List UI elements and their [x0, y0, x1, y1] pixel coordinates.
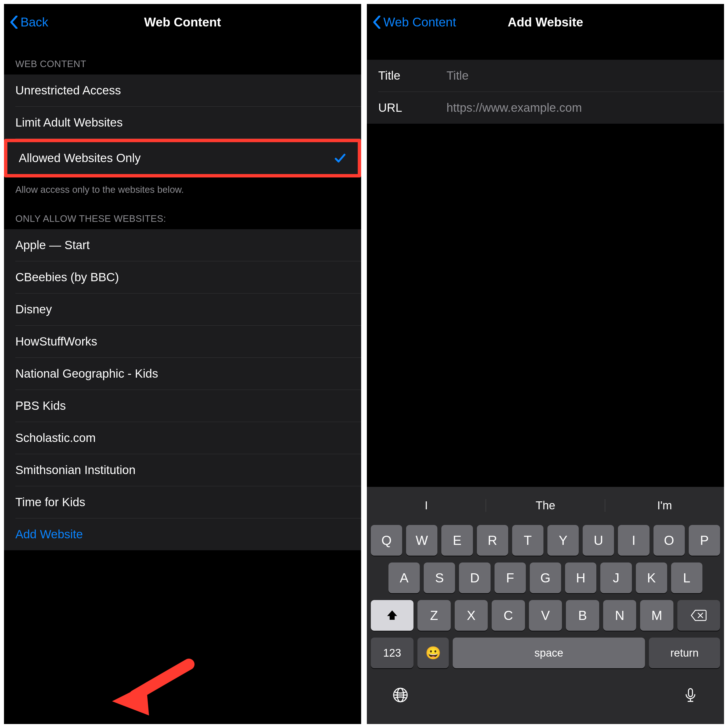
key-j[interactable]: J	[600, 563, 632, 593]
back-button[interactable]: Back	[4, 15, 48, 29]
key-i[interactable]: I	[618, 525, 649, 556]
dictation-icon[interactable]	[682, 687, 699, 707]
key-x[interactable]: X	[455, 600, 488, 631]
suggestion[interactable]: I	[367, 499, 486, 512]
keyboard: I The I'm Q W E R T Y U I O P	[367, 487, 724, 724]
key-z[interactable]: Z	[418, 600, 451, 631]
key-m[interactable]: M	[640, 600, 673, 631]
title-label: Title	[378, 69, 435, 83]
key-k[interactable]: K	[636, 563, 667, 593]
site-row[interactable]: Apple — Start	[4, 229, 361, 261]
key-o[interactable]: O	[653, 525, 685, 556]
url-label: URL	[378, 101, 435, 115]
option-limit-adult[interactable]: Limit Adult Websites	[4, 107, 361, 139]
option-label: Allowed Websites Only	[19, 151, 141, 165]
key-h[interactable]: H	[565, 563, 596, 593]
option-allowed-only[interactable]: Allowed Websites Only	[8, 142, 358, 174]
chevron-left-icon	[10, 16, 18, 29]
key-shift[interactable]	[371, 600, 413, 631]
web-content-options-group: Unrestricted Access Limit Adult Websites…	[4, 75, 361, 177]
emoji-icon: 😀	[425, 645, 441, 660]
section-header-web-content: WEB CONTENT	[4, 40, 361, 75]
key-b[interactable]: B	[566, 600, 599, 631]
key-emoji[interactable]: 😀	[418, 638, 449, 668]
section-header-allowed-sites: ONLY ALLOW THESE WEBSITES:	[4, 195, 361, 229]
key-l[interactable]: L	[671, 563, 702, 593]
option-unrestricted[interactable]: Unrestricted Access	[4, 75, 361, 106]
site-label: Smithsonian Institution	[15, 463, 136, 477]
key-backspace[interactable]	[678, 600, 720, 631]
key-e[interactable]: E	[441, 525, 473, 556]
shift-icon	[386, 609, 398, 622]
navbar: Web Content Add Website	[367, 4, 724, 40]
key-c[interactable]: C	[492, 600, 525, 631]
key-v[interactable]: V	[529, 600, 562, 631]
key-n[interactable]: N	[603, 600, 636, 631]
checkmark-icon	[334, 152, 346, 164]
back-button[interactable]: Web Content	[367, 15, 456, 29]
highlight-box: Allowed Websites Only	[4, 139, 361, 177]
back-label: Back	[20, 15, 48, 29]
key-t[interactable]: T	[512, 525, 543, 556]
site-label: HowStuffWorks	[15, 335, 97, 348]
add-website-form: Title URL	[367, 60, 724, 124]
site-label: CBeebies (by BBC)	[15, 271, 119, 284]
site-label: Scholastic.com	[15, 431, 96, 445]
site-label: PBS Kids	[15, 399, 66, 413]
key-f[interactable]: F	[494, 563, 526, 593]
content-scroll[interactable]: WEB CONTENT Unrestricted Access Limit Ad…	[4, 40, 361, 724]
site-row[interactable]: Scholastic.com	[4, 422, 361, 454]
globe-icon[interactable]	[392, 687, 408, 707]
key-p[interactable]: P	[689, 525, 720, 556]
option-label: Unrestricted Access	[15, 84, 121, 97]
spacer	[367, 124, 724, 487]
key-space[interactable]: space	[453, 638, 645, 668]
key-a[interactable]: A	[388, 563, 420, 593]
section-footer: Allow access only to the websites below.	[4, 177, 361, 195]
suggestion[interactable]: I'm	[605, 499, 724, 512]
svg-rect-4	[688, 689, 693, 697]
screen-web-content: Back Web Content WEB CONTENT Unrestricte…	[4, 4, 361, 724]
screen-add-website: Web Content Add Website Title URL I The …	[367, 4, 724, 724]
keyboard-bottom-bar	[367, 679, 724, 724]
key-row-4: 123 😀 space return	[371, 638, 720, 668]
allowed-sites-group: Apple — Start CBeebies (by BBC) Disney H…	[4, 229, 361, 550]
url-row: URL	[367, 92, 724, 124]
site-row[interactable]: CBeebies (by BBC)	[4, 262, 361, 293]
suggestion[interactable]: The	[486, 499, 605, 512]
site-label: Disney	[15, 303, 52, 316]
add-website-button[interactable]: Add Website	[4, 518, 361, 550]
key-row-2: A S D F G H J K L	[371, 563, 720, 593]
key-return[interactable]: return	[649, 638, 720, 668]
spacer	[367, 40, 724, 60]
key-s[interactable]: S	[424, 563, 455, 593]
key-numbers[interactable]: 123	[371, 638, 413, 668]
key-g[interactable]: G	[530, 563, 561, 593]
url-input[interactable]	[447, 101, 713, 115]
key-r[interactable]: R	[477, 525, 508, 556]
site-row[interactable]: Disney	[4, 294, 361, 325]
site-row[interactable]: HowStuffWorks	[4, 326, 361, 358]
key-q[interactable]: Q	[371, 525, 402, 556]
chevron-left-icon	[373, 16, 381, 29]
site-row[interactable]: Time for Kids	[4, 486, 361, 518]
key-w[interactable]: W	[406, 525, 437, 556]
key-row-1: Q W E R T Y U I O P	[371, 525, 720, 556]
key-y[interactable]: Y	[548, 525, 579, 556]
option-label: Limit Adult Websites	[15, 116, 122, 129]
site-row[interactable]: National Geographic - Kids	[4, 358, 361, 390]
key-u[interactable]: U	[583, 525, 614, 556]
site-row[interactable]: PBS Kids	[4, 390, 361, 422]
navbar: Back Web Content	[4, 4, 361, 40]
site-label: National Geographic - Kids	[15, 367, 158, 381]
title-row: Title	[367, 60, 724, 92]
page-title: Web Content	[4, 15, 361, 29]
key-d[interactable]: D	[459, 563, 490, 593]
key-row-3: Z X C V B N M	[371, 600, 720, 631]
site-label: Time for Kids	[15, 496, 85, 509]
backspace-icon	[691, 609, 707, 622]
site-row[interactable]: Smithsonian Institution	[4, 454, 361, 486]
back-label: Web Content	[383, 15, 456, 29]
title-input[interactable]	[447, 69, 713, 83]
site-label: Apple — Start	[15, 238, 90, 252]
